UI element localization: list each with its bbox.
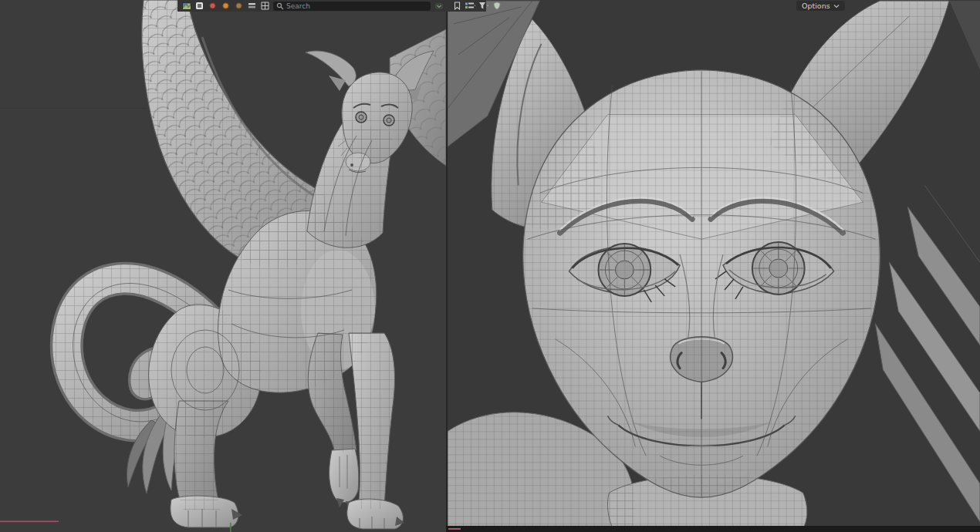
viewport-full-body[interactable] bbox=[0, 0, 446, 532]
editor-type-icon[interactable] bbox=[181, 1, 191, 11]
face-render bbox=[448, 0, 980, 532]
sphere-red-icon[interactable] bbox=[208, 1, 218, 11]
axis-x-red bbox=[0, 521, 59, 523]
sphere-brown-icon[interactable] bbox=[234, 1, 244, 11]
filter-icon[interactable] bbox=[478, 1, 488, 11]
shield-icon[interactable] bbox=[492, 1, 502, 11]
viewport-face-closeup[interactable] bbox=[446, 0, 980, 532]
horn-left bbox=[306, 51, 356, 86]
grid-icon[interactable] bbox=[260, 1, 270, 11]
options-label: Options bbox=[802, 1, 830, 11]
chevron-down-icon bbox=[833, 4, 840, 8]
display-mode-icon[interactable] bbox=[465, 1, 475, 11]
options-button[interactable]: Options bbox=[796, 1, 845, 11]
editor-header bbox=[177, 0, 486, 12]
wireframe-overlay bbox=[142, 0, 412, 510]
axis-x-red-segment bbox=[448, 528, 461, 530]
axis-y-green bbox=[230, 523, 231, 532]
bookmark-icon[interactable] bbox=[452, 1, 462, 11]
dropdown-caret-icon[interactable] bbox=[434, 1, 444, 11]
image-icon[interactable] bbox=[194, 1, 204, 11]
bottom-editor-strip[interactable] bbox=[446, 526, 980, 532]
sphere-orange-icon[interactable] bbox=[221, 1, 231, 11]
blender-window: Options bbox=[0, 0, 980, 532]
full-body-render bbox=[0, 0, 446, 532]
search-input[interactable] bbox=[273, 2, 431, 11]
search-icon bbox=[276, 2, 284, 10]
layers-icon[interactable] bbox=[247, 1, 257, 11]
